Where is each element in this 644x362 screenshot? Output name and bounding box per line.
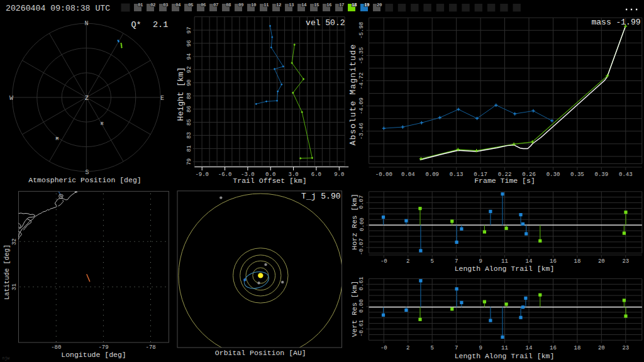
svg-text:94: 94 [186, 53, 192, 60]
svg-text:07: 07 [213, 3, 218, 8]
svg-text:19: 19 [364, 3, 370, 8]
svg-text:86: 86 [186, 106, 192, 112]
svg-text:5: 5 [430, 258, 433, 265]
svg-text:0.04: 0.04 [401, 172, 415, 178]
svg-text:06: 06 [201, 3, 206, 8]
svg-text:16: 16 [326, 3, 332, 8]
svg-text:16: 16 [550, 258, 557, 265]
svg-text:11: 11 [501, 345, 508, 351]
svg-text:23: 23 [622, 345, 629, 351]
svg-text:Horz Res [km]: Horz Res [km] [350, 194, 358, 250]
svg-text:2: 2 [406, 258, 409, 265]
svg-text:08: 08 [226, 3, 231, 8]
svg-text:17: 17 [339, 3, 344, 8]
svg-text:92: 92 [186, 66, 192, 73]
svg-text:-5.98: -5.98 [358, 22, 365, 39]
svg-text:E: E [160, 95, 164, 102]
svg-text:Z: Z [85, 95, 89, 102]
svg-text:32: 32 [11, 238, 18, 245]
svg-text:-5.35: -5.35 [358, 47, 365, 64]
svg-text:Trail Offset [km]: Trail Offset [km] [233, 177, 306, 185]
svg-text:0.43: 0.43 [619, 172, 633, 178]
svg-text:-0: -0 [380, 345, 387, 351]
svg-text:9: 9 [479, 258, 482, 265]
svg-text:-79: -79 [98, 344, 108, 351]
svg-text:0.61: 0.61 [359, 277, 365, 290]
svg-text:7: 7 [455, 258, 458, 265]
svg-text:-0.00: -0.00 [375, 172, 392, 178]
svg-text:-78: -78 [145, 344, 155, 351]
svg-text:03: 03 [163, 3, 169, 8]
svg-text:18: 18 [574, 258, 580, 265]
svg-text:-3.46: -3.46 [358, 123, 365, 140]
svg-text:-4.72: -4.72 [358, 72, 365, 89]
svg-text:2.1: 2.1 [153, 20, 168, 30]
svg-text:11: 11 [501, 258, 508, 265]
svg-text:83: 83 [186, 132, 192, 139]
svg-text:9: 9 [479, 345, 482, 351]
svg-text:96: 96 [186, 40, 192, 47]
svg-text:9.0: 9.0 [334, 172, 344, 178]
svg-text:0.39: 0.39 [594, 172, 608, 178]
svg-text:18: 18 [352, 3, 357, 8]
svg-text:-80: -80 [51, 344, 61, 351]
svg-text:Atmospheric Position [deg]: Atmospheric Position [deg] [28, 176, 141, 184]
svg-text:16: 16 [550, 345, 557, 351]
svg-text:Frame Time [s]: Frame Time [s] [474, 177, 535, 185]
svg-text:0.13: 0.13 [450, 172, 464, 178]
svg-text:M: M [56, 136, 59, 141]
svg-text:Longitude [deg]: Longitude [deg] [61, 351, 126, 359]
svg-text:-9.0: -9.0 [195, 172, 209, 178]
svg-text:23: 23 [622, 258, 629, 265]
svg-text:20260404 09:08:38 UTC: 20260404 09:08:38 UTC [6, 4, 110, 13]
svg-text:Absolute Magnitude: Absolute Magnitude [349, 43, 358, 145]
svg-text:-0.61: -0.61 [359, 320, 365, 337]
svg-text:12: 12 [276, 3, 282, 8]
svg-text:7: 7 [455, 345, 458, 351]
svg-text:13: 13 [289, 3, 294, 8]
svg-text:Vert Res [km]: Vert Res [km] [350, 281, 358, 337]
svg-text:-4.09: -4.09 [358, 97, 365, 114]
svg-text:04: 04 [175, 3, 181, 8]
svg-text:0.35: 0.35 [570, 172, 584, 178]
svg-text:Length Along Trail [km]: Length Along Trail [km] [455, 352, 555, 360]
svg-text:18: 18 [574, 345, 580, 351]
svg-text:5: 5 [430, 345, 433, 351]
svg-text:0.00: 0.00 [359, 299, 365, 313]
svg-text:97: 97 [186, 27, 192, 34]
svg-text:14: 14 [526, 345, 533, 351]
svg-text:Height [km]: Height [km] [176, 67, 186, 121]
svg-text:81: 81 [186, 145, 192, 152]
svg-text:vel 50.2: vel 50.2 [306, 18, 345, 28]
svg-text:-0: -0 [380, 258, 387, 265]
svg-text:mass -1.99: mass -1.99 [591, 18, 640, 27]
svg-text:09: 09 [238, 3, 244, 8]
svg-text:11: 11 [264, 3, 269, 8]
svg-text:85: 85 [186, 119, 192, 126]
svg-text:-6.0: -6.0 [218, 172, 232, 178]
svg-text:10: 10 [251, 3, 257, 8]
svg-text:14: 14 [526, 258, 533, 265]
svg-text:N: N [85, 20, 89, 27]
svg-text:2: 2 [406, 345, 409, 351]
svg-text:W: W [9, 95, 13, 102]
svg-text:15: 15 [314, 3, 319, 8]
svg-text:R: R [101, 121, 104, 126]
svg-text:90: 90 [186, 79, 192, 86]
svg-text:05: 05 [188, 3, 194, 8]
svg-text:31: 31 [11, 283, 18, 290]
svg-text:Q*: Q* [131, 20, 142, 30]
svg-text:0.00: 0.00 [359, 217, 365, 231]
svg-text:0.09: 0.09 [425, 172, 439, 178]
svg-text:02: 02 [150, 3, 156, 8]
svg-text:-0.07: -0.07 [359, 238, 365, 255]
svg-text:20: 20 [598, 258, 605, 265]
svg-text:79: 79 [186, 158, 192, 165]
svg-text:Length Along Trail [km]: Length Along Trail [km] [455, 265, 555, 273]
svg-text:Orbital Position [AU]: Orbital Position [AU] [215, 349, 306, 357]
svg-text:S: S [85, 169, 89, 176]
svg-text:6.0: 6.0 [311, 172, 321, 178]
svg-text:14: 14 [301, 3, 307, 8]
svg-text:0.30: 0.30 [547, 172, 560, 178]
svg-text:20: 20 [377, 3, 382, 8]
